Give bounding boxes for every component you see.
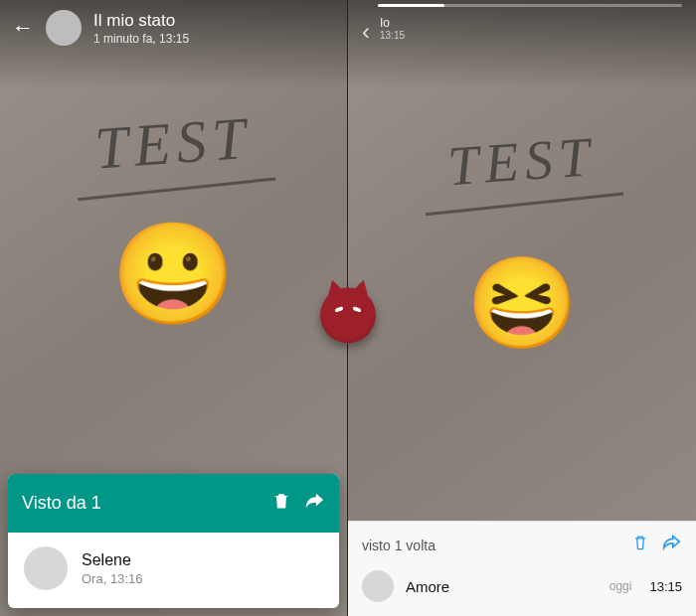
viewed-by-sheet: Visto da 1 Selene Ora, 13:16 <box>8 474 339 608</box>
sheet-header: Visto da 1 <box>8 474 339 533</box>
viewed-count-label: visto 1 volta <box>362 538 620 553</box>
underline-stroke <box>78 177 275 201</box>
viewer-name: Selene <box>82 551 142 569</box>
viewer-time: 13:15 <box>649 579 682 594</box>
viewer-avatar <box>24 546 68 590</box>
viewed-by-label: Visto da 1 <box>22 493 260 514</box>
status-header: ← Il mio stato 1 minuto fa, 13:15 <box>0 0 347 56</box>
devil-watermark-icon <box>320 287 376 343</box>
trash-icon[interactable] <box>271 491 291 516</box>
status-time: 13:15 <box>380 30 405 41</box>
avatar[interactable] <box>46 10 82 46</box>
status-panel-ios: ‹ Io 13:15 TEST 😆 visto 1 volta Amore og… <box>348 0 696 616</box>
back-arrow-icon[interactable]: ← <box>12 17 34 39</box>
viewer-row[interactable]: Selene Ora, 13:16 <box>8 533 339 608</box>
viewer-text: Selene Ora, 13:16 <box>82 551 142 586</box>
status-title: Il mio stato <box>93 11 189 31</box>
laughing-emoji-icon: 😆 <box>466 258 578 348</box>
grinning-emoji-icon: 😀 <box>111 224 236 323</box>
header-text-block: Il mio stato 1 minuto fa, 13:15 <box>93 11 189 46</box>
viewer-time: Ora, 13:16 <box>82 571 142 586</box>
viewer-name: Amore <box>406 578 598 595</box>
forward-icon[interactable] <box>660 532 682 558</box>
status-panel-android: ← Il mio stato 1 minuto fa, 13:15 TEST 😀… <box>0 0 348 616</box>
viewer-avatar <box>362 570 394 602</box>
viewer-row[interactable]: Amore oggi 13:15 <box>348 564 696 616</box>
back-chevron-icon[interactable]: ‹ <box>362 6 370 44</box>
bar-header: visto 1 volta <box>348 522 696 564</box>
trash-icon[interactable] <box>630 533 650 557</box>
underline-stroke <box>426 192 623 216</box>
forward-icon[interactable] <box>303 490 325 517</box>
status-author: Io <box>380 16 405 30</box>
viewer-day: oggi <box>609 579 632 593</box>
status-photo-text: TEST <box>0 97 348 203</box>
status-header: ‹ Io 13:15 <box>348 0 696 50</box>
status-subtitle: 1 minuto fa, 13:15 <box>93 32 189 46</box>
status-photo-text: TEST <box>348 117 696 218</box>
viewed-by-bar: visto 1 volta Amore oggi 13:15 <box>348 521 696 616</box>
header-meta: Io 13:15 <box>380 6 405 41</box>
